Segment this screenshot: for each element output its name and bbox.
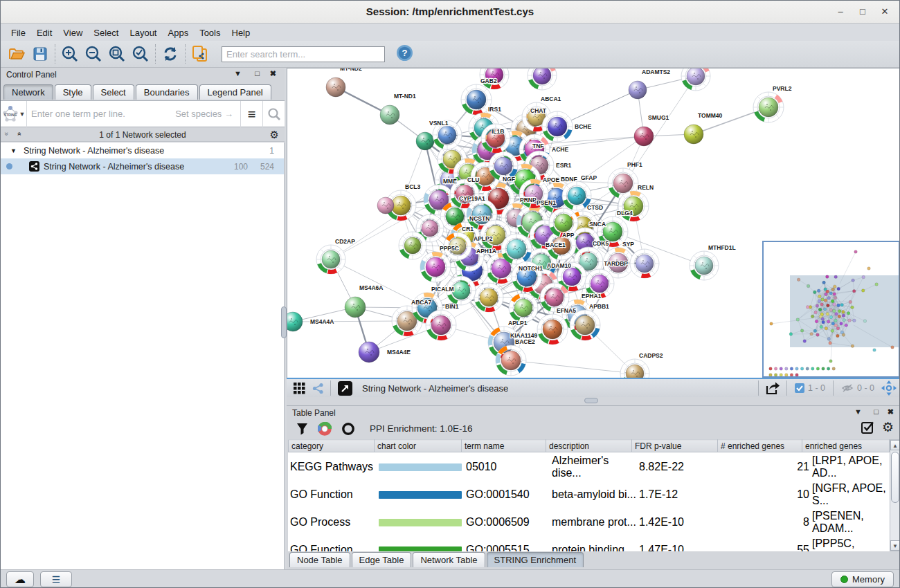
menu-file[interactable]: File <box>6 26 30 39</box>
open-session-button[interactable] <box>5 43 28 65</box>
tab-network[interactable]: Network <box>3 84 53 100</box>
network-node[interactable] <box>528 68 557 90</box>
network-node-cadps2[interactable] <box>620 359 649 378</box>
vertical-splitter-handle[interactable] <box>281 306 287 338</box>
horizontal-splitter-handle[interactable] <box>584 398 598 403</box>
panel-float-icon[interactable]: □ <box>255 69 260 77</box>
ring-chart-button[interactable] <box>336 418 360 440</box>
maximize-button[interactable]: □ <box>855 5 870 19</box>
network-node[interactable] <box>474 283 503 312</box>
tab-string-enrichment[interactable]: STRING Enrichment <box>487 552 584 567</box>
tab-style[interactable]: Style <box>55 84 91 100</box>
zoom-selected-button[interactable] <box>129 43 152 65</box>
network-node-adamts2[interactable] <box>629 81 647 99</box>
close-button[interactable]: ✕ <box>877 5 892 19</box>
string-query-input[interactable] <box>27 109 175 119</box>
clone-network-button[interactable] <box>188 43 212 65</box>
network-node-cd2ap[interactable] <box>316 245 345 274</box>
network-node[interactable] <box>509 293 538 322</box>
network-node-mt-nd1[interactable] <box>380 105 399 125</box>
menu-help[interactable]: Help <box>227 26 255 39</box>
menu-tools[interactable]: Tools <box>195 26 225 39</box>
task-list-button[interactable]: ☰ <box>40 571 72 587</box>
network-node-ms4a6a[interactable] <box>345 297 366 318</box>
scroll-up-arrow[interactable]: ▲ <box>890 440 900 450</box>
scroll-down-arrow[interactable]: ▼ <box>890 540 900 551</box>
network-collection-row[interactable]: ▼ String Network - Alzheimer's disease 1 <box>1 143 284 158</box>
tab-select[interactable]: Select <box>93 84 134 100</box>
network-node-efna5[interactable] <box>537 314 568 344</box>
tree-expand-icon[interactable]: ▼ <box>10 147 17 154</box>
panel-menu-icon[interactable]: ▼ <box>234 69 242 77</box>
zoom-in-button[interactable] <box>58 43 82 65</box>
network-node-mt-nd2[interactable] <box>326 77 345 97</box>
chart-settings-button[interactable] <box>313 418 336 440</box>
cloud-button[interactable]: ☁ <box>6 571 34 587</box>
pan-mode-button[interactable] <box>879 377 899 399</box>
filter-button[interactable] <box>291 418 313 440</box>
eye-off-icon[interactable] <box>841 383 854 393</box>
zoom-fit-button[interactable] <box>105 43 129 65</box>
menu-view[interactable]: View <box>58 26 87 39</box>
network-node-tomm40[interactable] <box>684 125 703 144</box>
network-node-ms4a4a[interactable] <box>287 312 303 331</box>
save-session-button[interactable] <box>28 43 52 65</box>
string-options-button[interactable]: ≡ <box>240 101 262 127</box>
gear-icon[interactable]: ⚙ <box>882 419 894 435</box>
menu-layout[interactable]: Layout <box>125 26 161 39</box>
column-header[interactable]: enriched genes <box>802 440 890 452</box>
table-scrollbar[interactable]: ▲ ▼ <box>890 439 900 551</box>
network-node-ppp5c[interactable] <box>420 252 451 282</box>
checkbox-icon[interactable] <box>795 383 804 393</box>
string-search-button[interactable] <box>262 101 285 127</box>
network-node-mthfd1l[interactable] <box>690 251 719 280</box>
network-node-gab2[interactable] <box>461 84 492 115</box>
help-button[interactable]: ? <box>396 44 413 64</box>
enrichment-row[interactable]: GO FunctionGO:0005515protein binding1.47… <box>289 537 888 551</box>
network-node[interactable] <box>681 68 710 91</box>
birdseye-viewport[interactable] <box>790 275 900 347</box>
network-node[interactable] <box>377 197 394 214</box>
network-node-pvrl2[interactable] <box>753 92 784 122</box>
panel-close-icon[interactable]: ✖ <box>270 69 276 78</box>
network-node-tardbp[interactable] <box>630 249 659 278</box>
species-hint[interactable]: Set species → <box>175 109 240 119</box>
column-header[interactable]: # enriched genes <box>718 440 802 452</box>
search-input[interactable] <box>222 46 385 62</box>
minimize-button[interactable]: – <box>833 5 848 19</box>
tab-edge-table[interactable]: Edge Table <box>352 552 412 567</box>
scrollbar-thumb[interactable] <box>891 452 899 503</box>
enrichment-row[interactable]: GO FunctionGO:0001540beta-amyloid bi...1… <box>289 481 888 508</box>
refresh-button[interactable] <box>159 43 182 65</box>
column-header[interactable]: chart color <box>375 440 462 452</box>
tab-node-table[interactable]: Node Table <box>289 552 350 567</box>
birdseye-view[interactable] <box>762 241 900 378</box>
menu-edit[interactable]: Edit <box>32 26 57 39</box>
network-node[interactable] <box>399 232 426 259</box>
panel-float-icon[interactable]: □ <box>874 407 879 416</box>
column-header[interactable]: category <box>289 440 375 452</box>
share-view-button[interactable] <box>309 377 327 399</box>
network-node-vsnl1[interactable] <box>416 132 434 150</box>
select-all-checkbox-icon[interactable] <box>861 421 875 434</box>
menu-select[interactable]: Select <box>89 26 123 39</box>
enrichment-row[interactable]: GO ProcessGO:0006509membrane prot...1.42… <box>289 509 888 535</box>
zoom-out-button[interactable] <box>82 43 105 65</box>
enrichment-row[interactable]: KEGG Pathways05010Alzheimer's dise...8.8… <box>289 454 888 480</box>
tab-boundaries[interactable]: Boundaries <box>136 84 198 100</box>
network-node-ms4a4e[interactable] <box>359 342 379 362</box>
export-network-button[interactable] <box>762 377 783 399</box>
panel-close-icon[interactable]: ✖ <box>888 407 894 416</box>
menu-apps[interactable]: Apps <box>163 26 194 39</box>
network-node-smug1[interactable] <box>634 127 654 146</box>
column-header[interactable]: description <box>546 440 632 452</box>
detach-view-button[interactable] <box>334 377 355 399</box>
gear-icon[interactable]: ⚙ <box>270 129 279 141</box>
table-header-row[interactable]: categorychart colorterm namedescriptionF… <box>289 440 890 452</box>
memory-button[interactable]: Memory <box>831 571 894 587</box>
network-node-reln[interactable] <box>618 191 649 221</box>
network-view[interactable]: MT-ND2MT-ND1VSNL1GAB2IRS1CHATABCA1BCHEAD… <box>287 68 900 378</box>
network-row[interactable]: String Network - Alzheimer's disease 100… <box>1 158 284 174</box>
string-logo[interactable]: STRING ▼ <box>1 101 27 127</box>
column-header[interactable]: FDR p-value <box>632 440 718 452</box>
